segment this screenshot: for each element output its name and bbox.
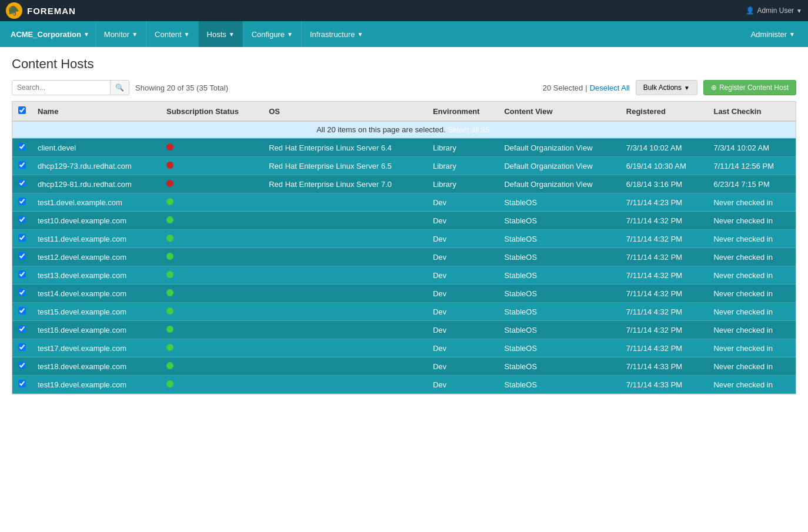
row-checkbox[interactable] xyxy=(18,179,26,187)
row-os: Red Hat Enterprise Linux Server 6.4 xyxy=(263,139,427,157)
row-checkbox-cell[interactable] xyxy=(12,303,32,321)
nav-item-hosts[interactable]: Hosts ▼ xyxy=(198,21,243,47)
host-name-link[interactable]: test1.devel.example.com xyxy=(38,198,122,207)
select-all-link[interactable]: Select all 35. xyxy=(448,125,491,134)
row-checkbox[interactable] xyxy=(18,216,26,223)
row-checkbox-cell[interactable] xyxy=(12,212,32,230)
bulk-actions-button[interactable]: Bulk Actions ▼ xyxy=(636,80,697,95)
row-checkbox[interactable] xyxy=(18,270,26,278)
row-name[interactable]: test1.devel.example.com xyxy=(32,193,161,212)
row-checkbox-cell[interactable] xyxy=(12,285,32,303)
row-name[interactable]: test16.devel.example.com xyxy=(32,321,161,339)
register-content-host-button[interactable]: ⊕ Register Content Host xyxy=(703,80,796,95)
row-checkbox-cell[interactable] xyxy=(12,266,32,285)
row-checkbox-cell[interactable] xyxy=(12,248,32,266)
host-name-link[interactable]: test11.devel.example.com xyxy=(38,235,126,243)
row-subscription-status xyxy=(161,285,263,303)
row-checkbox[interactable] xyxy=(18,380,26,387)
row-name[interactable]: test17.devel.example.com xyxy=(32,339,161,357)
host-name-link[interactable]: test14.devel.example.com xyxy=(38,289,126,298)
register-icon: ⊕ xyxy=(711,83,717,92)
bulk-actions-caret: ▼ xyxy=(684,85,690,91)
nav-item-content[interactable]: Content ▼ xyxy=(146,21,198,47)
row-environment: Dev xyxy=(427,230,498,248)
row-name[interactable]: dhcp129-81.rdu.redhat.com xyxy=(32,175,161,193)
row-checkbox[interactable] xyxy=(18,325,26,333)
nav-administer[interactable]: Administer ▼ xyxy=(743,30,803,39)
row-checkbox-cell[interactable] xyxy=(12,339,32,357)
host-name-link[interactable]: dhcp129-81.rdu.redhat.com xyxy=(38,180,132,189)
row-checkbox[interactable] xyxy=(18,234,26,242)
row-subscription-status xyxy=(161,193,263,212)
nav-item-configure[interactable]: Configure ▼ xyxy=(243,21,301,47)
row-checkbox-cell[interactable] xyxy=(12,193,32,212)
select-all-checkbox[interactable] xyxy=(18,106,26,114)
row-registered: 7/11/14 4:32 PM xyxy=(620,266,708,285)
row-checkbox[interactable] xyxy=(18,143,26,150)
row-checkbox[interactable] xyxy=(18,252,26,260)
row-environment: Library xyxy=(427,175,498,193)
row-last-checkin: Never checked in xyxy=(707,357,796,376)
row-checkbox[interactable] xyxy=(18,289,26,296)
nav-item-monitor[interactable]: Monitor ▼ xyxy=(95,21,146,47)
org-selector[interactable]: ACME_Corporation ▼ xyxy=(5,30,95,39)
row-checkbox-cell[interactable] xyxy=(12,376,32,394)
row-checkbox-cell[interactable] xyxy=(12,139,32,157)
row-checkbox[interactable] xyxy=(18,307,26,314)
row-last-checkin: Never checked in xyxy=(707,266,796,285)
search-input[interactable] xyxy=(12,81,110,95)
row-checkbox-cell[interactable] xyxy=(12,175,32,193)
host-name-link[interactable]: test16.devel.example.com xyxy=(38,326,126,334)
row-checkbox-cell[interactable] xyxy=(12,230,32,248)
row-checkbox-cell[interactable] xyxy=(12,321,32,339)
row-name[interactable]: test10.devel.example.com xyxy=(32,212,161,230)
table-row: test17.devel.example.comDevStableOS7/11/… xyxy=(12,339,796,357)
row-checkbox[interactable] xyxy=(18,198,26,205)
host-name-link[interactable]: client.devel xyxy=(38,143,76,152)
row-content-view: StableOS xyxy=(498,230,620,248)
row-os: Red Hat Enterprise Linux Server 6.5 xyxy=(263,157,427,175)
row-os xyxy=(263,303,427,321)
table-row: test10.devel.example.comDevStableOS7/11/… xyxy=(12,212,796,230)
col-header-name: Name xyxy=(32,102,161,121)
status-dot xyxy=(166,162,173,169)
nav-infrastructure-label: Infrastructure xyxy=(310,30,355,39)
row-checkbox-cell[interactable] xyxy=(12,157,32,175)
row-subscription-status xyxy=(161,157,263,175)
hosts-table: Name Subscription Status OS Environment … xyxy=(12,102,796,394)
row-name[interactable]: client.devel xyxy=(32,139,161,157)
row-name[interactable]: test12.devel.example.com xyxy=(32,248,161,266)
row-name[interactable]: dhcp129-73.rdu.redhat.com xyxy=(32,157,161,175)
host-name-link[interactable]: test18.devel.example.com xyxy=(38,362,126,371)
row-checkbox[interactable] xyxy=(18,161,26,169)
row-name[interactable]: test13.devel.example.com xyxy=(32,266,161,285)
host-name-link[interactable]: test15.devel.example.com xyxy=(38,307,126,316)
monitor-caret: ▼ xyxy=(132,31,138,38)
row-environment: Dev xyxy=(427,285,498,303)
host-name-link[interactable]: dhcp129-73.rdu.redhat.com xyxy=(38,162,132,170)
row-name[interactable]: test11.devel.example.com xyxy=(32,230,161,248)
row-checkbox[interactable] xyxy=(18,343,26,351)
search-button[interactable]: 🔍 xyxy=(110,81,129,95)
row-name[interactable]: test14.devel.example.com xyxy=(32,285,161,303)
nav-item-infrastructure[interactable]: Infrastructure ▼ xyxy=(301,21,372,47)
host-name-link[interactable]: test13.devel.example.com xyxy=(38,271,126,280)
deselect-all-link[interactable]: Deselect All xyxy=(590,83,630,92)
row-name[interactable]: test15.devel.example.com xyxy=(32,303,161,321)
row-name[interactable]: test18.devel.example.com xyxy=(32,357,161,376)
row-registered: 6/19/14 10:30 AM xyxy=(620,157,708,175)
row-checkbox-cell[interactable] xyxy=(12,357,32,376)
host-name-link[interactable]: test10.devel.example.com xyxy=(38,216,126,225)
col-header-content-view: Content View xyxy=(498,102,620,121)
host-name-link[interactable]: test12.devel.example.com xyxy=(38,253,126,262)
select-all-checkbox-header[interactable] xyxy=(12,102,32,121)
status-dot xyxy=(166,253,173,260)
top-bar-right[interactable]: 👤 Admin User ▼ xyxy=(746,6,802,15)
selection-banner-row: All 20 items on this page are selected. … xyxy=(12,121,796,139)
search-box: 🔍 xyxy=(12,80,129,95)
host-name-link[interactable]: test19.devel.example.com xyxy=(38,380,126,389)
row-name[interactable]: test19.devel.example.com xyxy=(32,376,161,394)
row-checkbox[interactable] xyxy=(18,362,26,369)
host-name-link[interactable]: test17.devel.example.com xyxy=(38,344,126,353)
status-dot xyxy=(166,289,173,296)
